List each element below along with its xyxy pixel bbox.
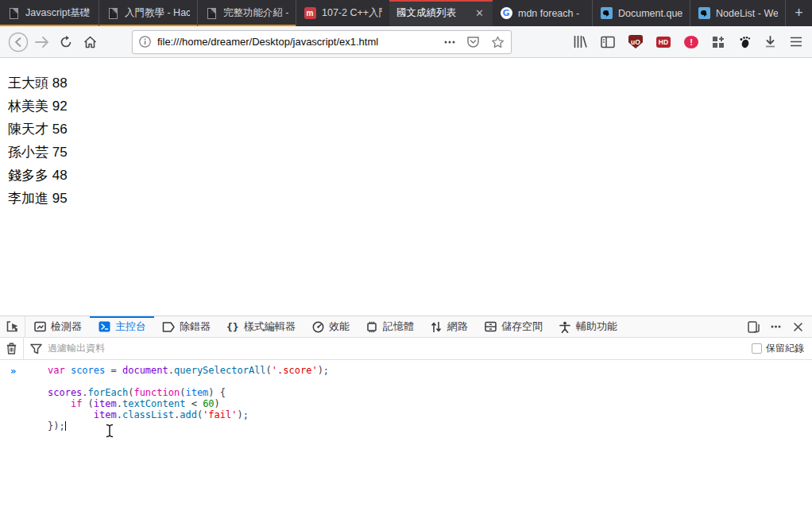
sidebar-toggle-icon[interactable] bbox=[601, 36, 615, 48]
page-content: 王大頭 88林美美 92陳天才 56孫小芸 75錢多多 48李加進 95 bbox=[0, 58, 812, 316]
browser-tab[interactable]: 入門教學 - Hac bbox=[99, 0, 197, 26]
new-tab-button[interactable]: + bbox=[785, 0, 812, 26]
student-row: 李加進 95 bbox=[8, 187, 812, 210]
storage-icon bbox=[484, 320, 497, 333]
student-name: 錢多多 bbox=[8, 168, 48, 183]
devtools-tab[interactable]: 記憶體 bbox=[358, 316, 422, 337]
google-icon: G bbox=[501, 7, 512, 19]
network-icon bbox=[430, 320, 443, 333]
console-code-line: item.classList.add('fail'); bbox=[48, 409, 329, 420]
url-text[interactable]: file:///home/dreamer/Desktop/javascript/… bbox=[157, 36, 438, 48]
console-filter-input[interactable]: 過濾輸出資料 bbox=[48, 342, 752, 355]
back-button[interactable] bbox=[6, 30, 30, 54]
reload-button[interactable] bbox=[54, 30, 78, 54]
filter-funnel-icon[interactable] bbox=[24, 343, 48, 354]
console-code-line: }); bbox=[48, 420, 329, 432]
container-tab-stripe bbox=[0, 25, 99, 26]
browser-tab[interactable]: NodeList - Web bbox=[690, 0, 785, 26]
student-score: 92 bbox=[52, 99, 68, 114]
url-bar[interactable]: file:///home/dreamer/Desktop/javascript/… bbox=[132, 30, 512, 54]
hd-extension-icon[interactable]: HD bbox=[656, 37, 671, 48]
console-code-line bbox=[48, 376, 329, 387]
devtools-tab[interactable]: 除錯器 bbox=[154, 316, 218, 337]
student-row: 王大頭 88 bbox=[8, 72, 812, 95]
responsive-design-icon[interactable] bbox=[744, 317, 763, 336]
memory-icon bbox=[365, 320, 378, 333]
devtools-toolbar: 檢測器 主控台 除錯器 {} 樣式編輯器 效能 記憶體 網路 儲存空間 輔助功能 bbox=[0, 316, 812, 338]
devtools-tab[interactable]: 儲存空間 bbox=[476, 316, 551, 337]
tab-bar: Javascript基礎 入門教學 - Hac 完整功能介紹 - m 107-2… bbox=[0, 0, 812, 26]
browser-tab[interactable]: Javascript基礎 bbox=[0, 0, 99, 26]
devtools-close-icon[interactable] bbox=[788, 317, 807, 336]
page-info-icon[interactable] bbox=[139, 36, 151, 48]
console-input-code[interactable]: var scores = document.querySelectorAll('… bbox=[48, 365, 329, 432]
grid-extension-icon[interactable] bbox=[712, 36, 725, 48]
browser-tab[interactable]: 完整功能介紹 - bbox=[197, 0, 296, 26]
navigation-toolbar: file:///home/dreamer/Desktop/javascript/… bbox=[0, 26, 812, 58]
student-name: 王大頭 bbox=[8, 76, 48, 91]
devtools-meatball-menu-icon[interactable] bbox=[766, 317, 785, 336]
mdn-icon bbox=[601, 7, 613, 19]
student-name: 李加進 bbox=[8, 191, 48, 206]
hackmd-icon: m bbox=[304, 7, 316, 19]
student-score: 75 bbox=[52, 145, 68, 160]
ibeam-mouse-cursor bbox=[105, 424, 114, 438]
student-row: 錢多多 48 bbox=[8, 164, 812, 187]
debugger-icon bbox=[162, 320, 175, 333]
document-icon bbox=[207, 8, 216, 19]
container-tab-stripe bbox=[99, 25, 197, 26]
mdn-icon bbox=[698, 7, 710, 19]
devtools-tab[interactable]: 效能 bbox=[304, 316, 358, 337]
error-extension-icon[interactable]: ! bbox=[684, 36, 698, 48]
pocket-icon[interactable] bbox=[466, 36, 480, 48]
style-editor-icon: {} bbox=[226, 320, 239, 333]
library-icon[interactable] bbox=[573, 35, 587, 48]
page-actions-icon[interactable] bbox=[444, 41, 455, 44]
devtools-panel: 檢測器 主控台 除錯器 {} 樣式編輯器 效能 記憶體 網路 儲存空間 輔助功能 bbox=[0, 316, 812, 515]
browser-tab[interactable]: m 107-2 C++入門 bbox=[296, 0, 389, 26]
home-button[interactable] bbox=[78, 30, 102, 54]
forward-button[interactable] bbox=[30, 30, 54, 54]
console-code-line: var scores = document.querySelectorAll('… bbox=[48, 365, 329, 376]
gnome-foot-icon[interactable] bbox=[738, 36, 751, 48]
console-code-line: if (item.textContent < 60) bbox=[48, 398, 329, 409]
clear-console-icon[interactable] bbox=[0, 338, 24, 359]
student-score: 95 bbox=[52, 191, 68, 206]
browser-tab[interactable]: G mdn foreach - bbox=[493, 0, 592, 26]
student-name: 孫小芸 bbox=[8, 145, 48, 160]
persist-logs-label: 保留紀錄 bbox=[766, 342, 804, 355]
student-row: 孫小芸 75 bbox=[8, 141, 812, 164]
document-icon bbox=[10, 8, 18, 19]
svg-text:{}: {} bbox=[226, 321, 239, 332]
bookmark-star-icon[interactable] bbox=[491, 36, 505, 48]
browser-tab[interactable]: 國文成績列表 ✕ bbox=[389, 0, 493, 26]
devtools-tab[interactable]: 輔助功能 bbox=[551, 316, 625, 337]
browser-tab[interactable]: Document.que bbox=[592, 0, 690, 26]
accessibility-icon bbox=[559, 320, 571, 333]
document-icon bbox=[109, 8, 118, 19]
student-score: 88 bbox=[52, 76, 68, 91]
student-score: 56 bbox=[52, 122, 68, 137]
tab-close-icon[interactable]: ✕ bbox=[474, 7, 485, 19]
menu-icon[interactable] bbox=[790, 37, 802, 47]
performance-icon bbox=[311, 320, 324, 333]
pick-element-icon[interactable] bbox=[0, 316, 25, 337]
devtools-tab[interactable]: 網路 bbox=[422, 316, 476, 337]
ublock-origin-icon[interactable]: uO bbox=[628, 35, 643, 48]
console-prompt: » bbox=[10, 366, 16, 377]
console-filter-bar: 過濾輸出資料 保留紀錄 bbox=[0, 338, 812, 360]
console-icon bbox=[98, 320, 110, 333]
console-code-line: scores.forEach(function(item) { bbox=[48, 387, 329, 398]
student-row: 林美美 92 bbox=[8, 95, 812, 118]
inspector-icon bbox=[33, 320, 46, 333]
student-row: 陳天才 56 bbox=[8, 118, 812, 141]
devtools-tab[interactable]: {} 樣式編輯器 bbox=[218, 316, 304, 337]
devtools-tab[interactable]: 主控台 bbox=[90, 316, 154, 337]
persist-logs-checkbox[interactable] bbox=[752, 343, 762, 354]
console-output-area[interactable]: » var scores = document.querySelectorAll… bbox=[0, 360, 812, 515]
downloads-icon[interactable] bbox=[764, 36, 776, 48]
student-name: 陳天才 bbox=[8, 122, 48, 137]
student-name: 林美美 bbox=[8, 99, 48, 114]
firefox-window: Javascript基礎 入門教學 - Hac 完整功能介紹 - m 107-2… bbox=[0, 0, 812, 515]
devtools-tab[interactable]: 檢測器 bbox=[25, 316, 90, 337]
